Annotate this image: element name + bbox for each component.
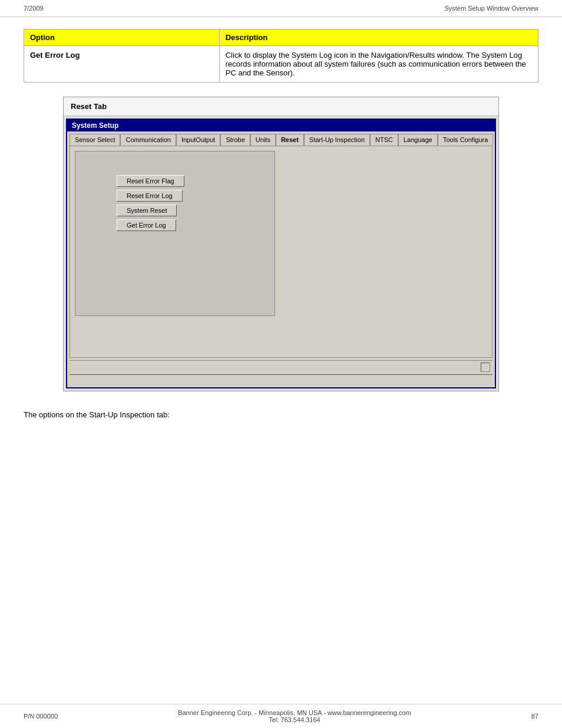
tab-startup-inspection[interactable]: Start-Up Inspection <box>304 134 370 146</box>
tab-sensor-select[interactable]: Sensor Select <box>70 134 120 146</box>
col-description-header: Description <box>219 29 538 46</box>
reset-error-log-button[interactable]: Reset Error Log <box>117 190 183 202</box>
tab-strobe[interactable]: Strobe <box>220 134 250 146</box>
tab-units[interactable]: Units <box>250 134 276 146</box>
page-header: 7/2009 System Setup Window Overview <box>0 0 562 17</box>
header-title: System Setup Window Overview <box>444 5 538 12</box>
reset-error-flag-button[interactable]: Reset Error Flag <box>117 175 184 187</box>
footer-pn: P/N 000000 <box>24 713 58 720</box>
footer-center: Banner Engineering Corp. - Minneapolis, … <box>58 709 531 723</box>
tab-tools-configura[interactable]: Tools Configura <box>438 134 493 146</box>
screenshot-title: Reset Tab <box>64 97 498 116</box>
startup-inspection-text: The options on the Start-Up Inspection t… <box>24 410 170 419</box>
description-cell: Click to display the System Log icon in … <box>219 46 538 83</box>
tab-communication[interactable]: Communication <box>120 134 176 146</box>
status-bar <box>70 360 492 373</box>
inner-panel: Reset Error Flag Reset Error Log System … <box>75 151 275 316</box>
system-setup-titlebar: System Setup <box>67 120 495 131</box>
tab-reset[interactable]: Reset <box>276 134 304 146</box>
get-error-log-button[interactable]: Get Error Log <box>117 219 176 231</box>
header-date: 7/2009 <box>24 5 44 12</box>
table-row: Get Error Log Click to display the Syste… <box>24 46 538 83</box>
tab-content-area: Reset Error Flag Reset Error Log System … <box>70 146 492 358</box>
footer-line1: Banner Engineering Corp. - Minneapolis, … <box>58 709 531 716</box>
footer-page-number: 87 <box>531 713 538 720</box>
options-table: Option Description Get Error Log Click t… <box>24 29 538 83</box>
system-reset-button[interactable]: System Reset <box>117 205 177 216</box>
buttons-group: Reset Error Flag Reset Error Log System … <box>117 175 184 231</box>
system-setup-title-text: System Setup <box>72 121 118 130</box>
page-footer: P/N 000000 Banner Engineering Corp. - Mi… <box>0 704 562 728</box>
tab-inputoutput[interactable]: InputOutput <box>176 134 221 146</box>
bottom-bar <box>70 374 492 385</box>
tab-language[interactable]: Language <box>398 134 438 146</box>
status-indicator <box>481 363 490 372</box>
col-option-header: Option <box>24 29 220 46</box>
screenshot-container: Reset Tab System Setup Sensor Select Com… <box>63 97 499 391</box>
tab-ntsc[interactable]: NTSC <box>370 134 398 146</box>
main-content: Option Description Get Error Log Click t… <box>0 17 562 462</box>
option-cell: Get Error Log <box>24 46 220 83</box>
tab-bar: Sensor Select Communication InputOutput … <box>67 131 495 146</box>
system-setup-window: System Setup Sensor Select Communication… <box>66 118 496 388</box>
footer-line2: Tel: 763.544.3164 <box>58 716 531 723</box>
body-text: The options on the Start-Up Inspection t… <box>24 409 538 421</box>
